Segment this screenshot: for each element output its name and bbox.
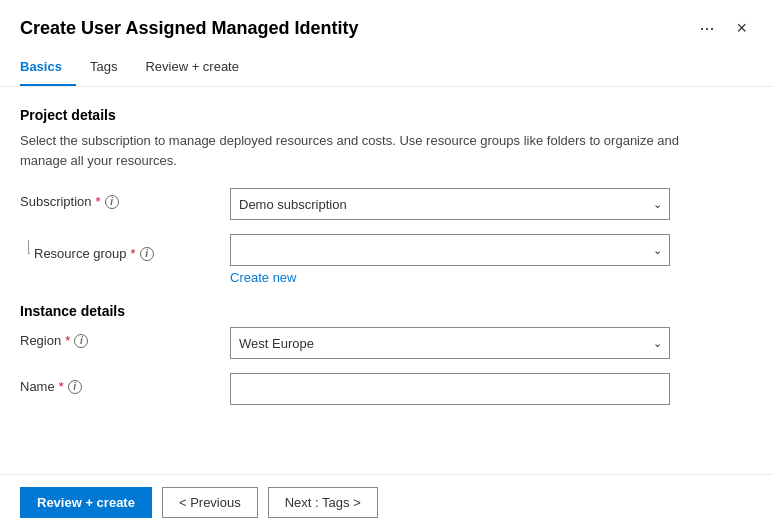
name-required: * xyxy=(59,379,64,394)
tab-tags[interactable]: Tags xyxy=(90,49,131,86)
tab-bar: Basics Tags Review + create xyxy=(0,49,773,87)
resource-group-row: Resource group * i ⌄ Create new xyxy=(20,234,753,285)
subscription-control: Demo subscription ⌄ xyxy=(230,188,670,220)
region-label: Region * i xyxy=(20,327,230,348)
name-row: Name * i xyxy=(20,373,753,405)
tab-basics[interactable]: Basics xyxy=(20,49,76,86)
resource-group-required: * xyxy=(131,246,136,261)
subscription-row: Subscription * i Demo subscription ⌄ xyxy=(20,188,753,220)
region-row: Region * i West EuropeEast USNorth Europ… xyxy=(20,327,753,359)
region-info-icon[interactable]: i xyxy=(74,334,88,348)
region-required: * xyxy=(65,333,70,348)
dialog-header-actions: ··· × xyxy=(695,16,753,41)
resource-group-label: Resource group * i xyxy=(34,240,154,261)
region-control: West EuropeEast USNorth Europe ⌄ xyxy=(230,327,670,359)
create-new-link[interactable]: Create new xyxy=(230,270,670,285)
resource-group-indent: Resource group * i xyxy=(20,234,230,261)
create-dialog: Create User Assigned Managed Identity ··… xyxy=(0,0,773,530)
previous-button[interactable]: < Previous xyxy=(162,487,258,518)
form-content: Project details Select the subscription … xyxy=(0,87,773,474)
region-select-wrapper: West EuropeEast USNorth Europe ⌄ xyxy=(230,327,670,359)
dialog-header: Create User Assigned Managed Identity ··… xyxy=(0,0,773,49)
subscription-info-icon[interactable]: i xyxy=(105,195,119,209)
name-info-icon[interactable]: i xyxy=(68,380,82,394)
dialog-title: Create User Assigned Managed Identity xyxy=(20,18,358,39)
region-select[interactable]: West EuropeEast USNorth Europe xyxy=(230,327,670,359)
instance-details-title: Instance details xyxy=(20,303,753,319)
tab-review-create[interactable]: Review + create xyxy=(145,49,253,86)
review-create-button[interactable]: Review + create xyxy=(20,487,152,518)
instance-details-section: Instance details Region * i West EuropeE… xyxy=(20,303,753,405)
subscription-select[interactable]: Demo subscription xyxy=(230,188,670,220)
subscription-required: * xyxy=(96,194,101,209)
ellipsis-button[interactable]: ··· xyxy=(695,16,718,41)
dialog-footer: Review + create < Previous Next : Tags > xyxy=(0,474,773,530)
resource-group-select-wrapper: ⌄ xyxy=(230,234,670,266)
close-button[interactable]: × xyxy=(730,16,753,41)
resource-group-info-icon[interactable]: i xyxy=(140,247,154,261)
resource-group-select[interactable] xyxy=(230,234,670,266)
name-input[interactable] xyxy=(230,373,670,405)
project-details-title: Project details xyxy=(20,107,753,123)
name-control xyxy=(230,373,670,405)
resource-group-control: ⌄ Create new xyxy=(230,234,670,285)
subscription-select-wrapper: Demo subscription ⌄ xyxy=(230,188,670,220)
project-details-description: Select the subscription to manage deploy… xyxy=(20,131,700,170)
name-label: Name * i xyxy=(20,373,230,394)
next-button[interactable]: Next : Tags > xyxy=(268,487,378,518)
subscription-label: Subscription * i xyxy=(20,188,230,209)
indent-line xyxy=(28,240,30,254)
